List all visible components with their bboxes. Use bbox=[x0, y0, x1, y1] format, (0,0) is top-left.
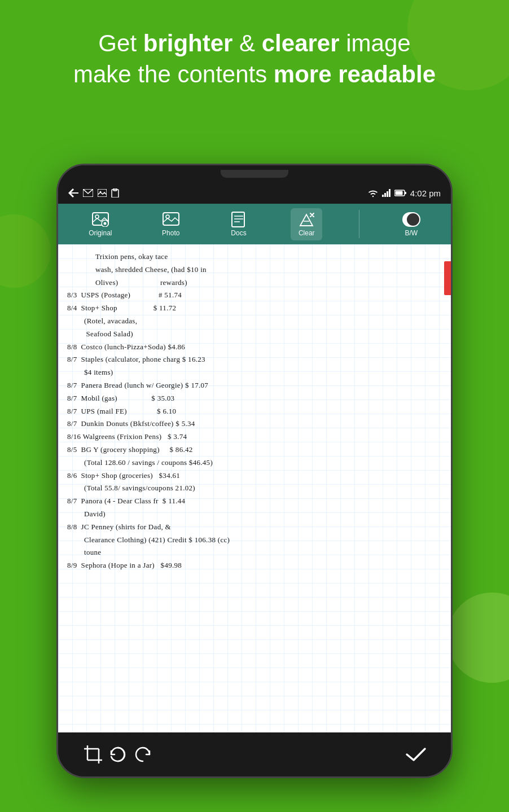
tool-photo[interactable]: Photo bbox=[155, 208, 187, 240]
bw-label: B/W bbox=[405, 229, 418, 237]
doc-line-17: (Total 128.60 / savings / coupons $46.45… bbox=[67, 457, 442, 469]
svg-rect-12 bbox=[405, 192, 406, 194]
svg-rect-20 bbox=[232, 212, 244, 227]
email-icon bbox=[83, 189, 93, 197]
svg-rect-10 bbox=[389, 189, 390, 197]
status-icons-right: 4:02 pm bbox=[367, 188, 441, 198]
doc-line-6: (Rotel, avacadas, bbox=[67, 315, 442, 327]
app-toolbar: Original Photo bbox=[58, 204, 451, 244]
header-text: Get brighter & clearer image make the co… bbox=[0, 28, 509, 90]
photo-tool-icon bbox=[162, 212, 180, 227]
red-bookmark bbox=[444, 261, 451, 295]
svg-rect-7 bbox=[382, 195, 384, 197]
bg-circle-right-bottom bbox=[447, 592, 509, 683]
svg-rect-8 bbox=[384, 193, 386, 197]
doc-line-22: 8/8 JC Penney (shirts for Dad, & bbox=[67, 521, 442, 533]
rotate-right-button[interactable] bbox=[130, 742, 155, 767]
header-line1-mid: & bbox=[232, 30, 261, 56]
clear-tool-icon bbox=[297, 212, 315, 227]
svg-rect-13 bbox=[395, 191, 402, 195]
header-line2-prefix: make the contents bbox=[73, 61, 274, 87]
crop-button[interactable] bbox=[81, 742, 106, 767]
doc-line-16: 8/5 BG Y (grocery shopping) $ 86.42 bbox=[67, 444, 442, 456]
doc-line-14: 8/7 Dunkin Donuts (Bkfst/coffee) $ 5.34 bbox=[67, 418, 442, 430]
doc-line-23: Clearance Clothing) (421) Credit $ 106.3… bbox=[67, 534, 442, 546]
doc-line-24: toune bbox=[67, 547, 442, 559]
bw-toggle[interactable] bbox=[402, 212, 420, 227]
header-line2-bold: more readable bbox=[274, 61, 436, 87]
rotate-left-button[interactable] bbox=[106, 742, 130, 767]
clear-label: Clear bbox=[299, 229, 315, 237]
tool-docs[interactable]: Docs bbox=[223, 208, 254, 240]
phone-device: 4:02 pm Original bbox=[56, 164, 453, 778]
status-bar: 4:02 pm bbox=[58, 182, 451, 204]
doc-line-5: 8/4 Stop+ Shop $ 11.72 bbox=[67, 302, 442, 314]
document-image: Trixion pens, okay tace wash, shredded C… bbox=[58, 244, 451, 732]
doc-line-15: 8/16 Walgreens (Frixion Pens) $ 3.74 bbox=[67, 431, 442, 443]
back-arrow-icon bbox=[68, 188, 78, 197]
doc-line-9: 8/7 Staples (calculator, phone charg $ 1… bbox=[67, 354, 442, 366]
doc-line-21: David) bbox=[67, 508, 442, 520]
phone-top-bar bbox=[58, 165, 451, 182]
image-icon-status bbox=[98, 189, 107, 197]
doc-line-13: 8/7 UPS (mail FE) $ 6.10 bbox=[67, 406, 442, 418]
svg-rect-9 bbox=[387, 191, 388, 197]
tool-bw[interactable]: B/W bbox=[396, 208, 427, 240]
doc-line-7: Seafood Salad) bbox=[67, 328, 442, 340]
docs-tool-icon bbox=[230, 212, 248, 227]
document-area: Trixion pens, okay tace wash, shredded C… bbox=[58, 244, 451, 732]
doc-line-10: $4 items) bbox=[67, 367, 442, 379]
tool-clear[interactable]: Clear bbox=[291, 208, 322, 240]
docs-label: Docs bbox=[231, 229, 246, 237]
header-line1-prefix: Get bbox=[98, 30, 143, 56]
doc-line-25: 8/9 Sephora (Hope in a Jar) $49.98 bbox=[67, 560, 442, 572]
doc-line-2: wash, shredded Cheese, (had $10 in bbox=[67, 264, 442, 276]
bottom-toolbar bbox=[58, 732, 451, 776]
confirm-button[interactable] bbox=[403, 742, 428, 767]
clipboard-icon bbox=[111, 188, 119, 197]
header-line1-suffix: image bbox=[340, 30, 411, 56]
bw-toggle-icon bbox=[402, 212, 420, 227]
header-line1-bold2: clearer bbox=[262, 30, 340, 56]
doc-line-18: 8/6 Stop+ Shop (groceries) $34.61 bbox=[67, 470, 442, 482]
doc-line-20: 8/7 Panora (4 - Dear Class fr $ 11.44 bbox=[67, 495, 442, 507]
svg-point-17 bbox=[103, 222, 106, 225]
doc-line-8: 8/8 Costco (lunch-Pizza+Soda) $4.86 bbox=[67, 341, 442, 353]
doc-line-11: 8/7 Panera Bread (lunch w/ Georgie) $ 17… bbox=[67, 380, 442, 392]
status-icons-left bbox=[68, 188, 119, 197]
battery-icon bbox=[394, 190, 407, 196]
header-line1-bold1: brighter bbox=[143, 30, 233, 56]
phone-notch bbox=[221, 170, 288, 178]
wifi-icon bbox=[367, 188, 379, 197]
document-content: Trixion pens, okay tace wash, shredded C… bbox=[58, 244, 451, 732]
doc-line-12: 8/7 Mobil (gas) $ 35.03 bbox=[67, 393, 442, 405]
status-time: 4:02 pm bbox=[410, 188, 441, 198]
original-label: Original bbox=[89, 229, 112, 237]
original-tool-icon bbox=[91, 212, 109, 227]
doc-line-4: 8/3 USPS (Postage) # 51.74 bbox=[67, 289, 442, 301]
doc-line-1: Trixion pens, okay tace bbox=[67, 251, 442, 263]
svg-rect-1 bbox=[71, 192, 78, 194]
toolbar-divider bbox=[359, 210, 359, 238]
signal-icon bbox=[382, 189, 391, 197]
bg-circle-left bbox=[0, 214, 51, 288]
doc-line-19: (Total 55.8/ savings/coupons 21.02) bbox=[67, 482, 442, 494]
doc-line-3: Olives) rewards) bbox=[67, 277, 442, 289]
tool-original[interactable]: Original bbox=[82, 208, 119, 240]
photo-label: Photo bbox=[162, 229, 179, 237]
